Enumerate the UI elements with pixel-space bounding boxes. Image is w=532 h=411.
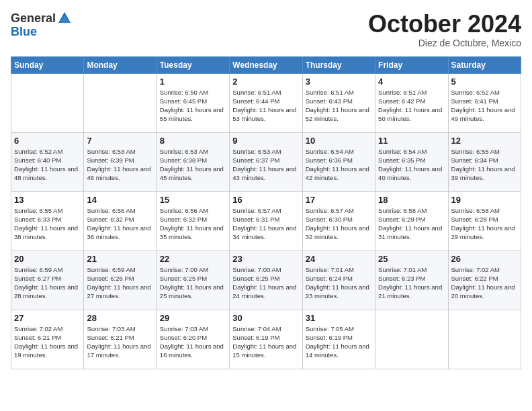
calendar-cell: 18Sunrise: 6:58 AM Sunset: 6:29 PM Dayli…: [375, 191, 448, 250]
day-number: 11: [378, 136, 445, 146]
calendar-cell: 15Sunrise: 6:56 AM Sunset: 6:32 PM Dayli…: [157, 191, 229, 250]
day-info: Sunrise: 6:51 AM Sunset: 6:42 PM Dayligh…: [378, 88, 445, 124]
calendar-cell: 12Sunrise: 6:55 AM Sunset: 6:34 PM Dayli…: [448, 132, 521, 191]
day-info: Sunrise: 6:54 AM Sunset: 6:35 PM Dayligh…: [378, 147, 445, 183]
calendar-cell: 2Sunrise: 6:51 AM Sunset: 6:44 PM Daylig…: [230, 73, 302, 132]
day-info: Sunrise: 7:00 AM Sunset: 6:25 PM Dayligh…: [232, 265, 299, 301]
calendar-cell: 4Sunrise: 6:51 AM Sunset: 6:42 PM Daylig…: [375, 73, 448, 132]
day-info: Sunrise: 6:55 AM Sunset: 6:33 PM Dayligh…: [14, 206, 81, 242]
calendar-cell: 26Sunrise: 7:02 AM Sunset: 6:22 PM Dayli…: [448, 250, 521, 310]
day-info: Sunrise: 6:54 AM Sunset: 6:36 PM Dayligh…: [306, 147, 372, 183]
day-info: Sunrise: 6:51 AM Sunset: 6:44 PM Dayligh…: [232, 88, 299, 124]
weekday-header-row: SundayMondayTuesdayWednesdayThursdayFrid…: [11, 56, 521, 73]
weekday-header-wednesday: Wednesday: [230, 56, 302, 73]
calendar-cell: 19Sunrise: 6:58 AM Sunset: 6:28 PM Dayli…: [448, 191, 521, 250]
calendar-cell: 17Sunrise: 6:57 AM Sunset: 6:30 PM Dayli…: [302, 191, 375, 250]
day-info: Sunrise: 6:57 AM Sunset: 6:31 PM Dayligh…: [232, 206, 299, 242]
day-number: 6: [14, 136, 81, 146]
day-number: 10: [306, 136, 372, 146]
weekday-header-thursday: Thursday: [302, 56, 375, 73]
day-number: 27: [14, 313, 81, 323]
calendar-cell: 27Sunrise: 7:02 AM Sunset: 6:21 PM Dayli…: [11, 310, 84, 369]
weekday-header-monday: Monday: [84, 56, 157, 73]
day-info: Sunrise: 6:58 AM Sunset: 6:29 PM Dayligh…: [378, 206, 445, 242]
calendar-cell: [84, 73, 157, 132]
calendar-cell: 25Sunrise: 7:01 AM Sunset: 6:23 PM Dayli…: [375, 250, 448, 310]
day-number: 7: [87, 136, 153, 146]
day-number: 24: [306, 254, 372, 264]
day-info: Sunrise: 6:53 AM Sunset: 6:39 PM Dayligh…: [87, 147, 153, 183]
calendar-cell: 10Sunrise: 6:54 AM Sunset: 6:36 PM Dayli…: [302, 132, 375, 191]
day-number: 26: [451, 254, 518, 264]
calendar-cell: 7Sunrise: 6:53 AM Sunset: 6:39 PM Daylig…: [84, 132, 157, 191]
week-row-1: 1Sunrise: 6:50 AM Sunset: 6:45 PM Daylig…: [11, 73, 521, 132]
day-number: 8: [160, 136, 226, 146]
logo-blue: Blue: [11, 25, 37, 38]
day-number: 4: [378, 77, 445, 87]
day-number: 1: [160, 77, 226, 87]
calendar-cell: [448, 310, 521, 369]
day-info: Sunrise: 6:59 AM Sunset: 6:27 PM Dayligh…: [14, 265, 81, 301]
day-number: 25: [378, 254, 445, 264]
day-info: Sunrise: 6:53 AM Sunset: 6:37 PM Dayligh…: [232, 147, 299, 183]
logo-icon: [57, 11, 72, 26]
calendar-cell: 3Sunrise: 6:51 AM Sunset: 6:43 PM Daylig…: [302, 73, 375, 132]
weekday-header-tuesday: Tuesday: [157, 56, 229, 73]
day-info: Sunrise: 6:58 AM Sunset: 6:28 PM Dayligh…: [451, 206, 518, 242]
day-info: Sunrise: 7:02 AM Sunset: 6:21 PM Dayligh…: [14, 324, 81, 360]
day-info: Sunrise: 7:01 AM Sunset: 6:24 PM Dayligh…: [306, 265, 372, 301]
day-info: Sunrise: 7:03 AM Sunset: 6:20 PM Dayligh…: [160, 324, 226, 360]
day-number: 9: [232, 136, 299, 146]
calendar-cell: 14Sunrise: 6:56 AM Sunset: 6:32 PM Dayli…: [84, 191, 157, 250]
calendar-cell: 24Sunrise: 7:01 AM Sunset: 6:24 PM Dayli…: [302, 250, 375, 310]
calendar-cell: 16Sunrise: 6:57 AM Sunset: 6:31 PM Dayli…: [230, 191, 302, 250]
week-row-4: 20Sunrise: 6:59 AM Sunset: 6:27 PM Dayli…: [11, 250, 521, 310]
calendar-cell: 8Sunrise: 6:53 AM Sunset: 6:38 PM Daylig…: [157, 132, 229, 191]
location-subtitle: Diez de Octubre, Mexico: [368, 38, 521, 48]
day-number: 3: [306, 77, 372, 87]
day-number: 16: [232, 195, 299, 205]
day-number: 29: [160, 313, 226, 323]
day-info: Sunrise: 6:52 AM Sunset: 6:41 PM Dayligh…: [451, 88, 518, 124]
day-number: 23: [232, 254, 299, 264]
day-info: Sunrise: 6:53 AM Sunset: 6:38 PM Dayligh…: [160, 147, 226, 183]
day-info: Sunrise: 7:01 AM Sunset: 6:23 PM Dayligh…: [378, 265, 445, 301]
calendar-cell: 20Sunrise: 6:59 AM Sunset: 6:27 PM Dayli…: [11, 250, 84, 310]
day-number: 13: [14, 195, 81, 205]
day-info: Sunrise: 7:00 AM Sunset: 6:25 PM Dayligh…: [160, 265, 226, 301]
day-info: Sunrise: 6:55 AM Sunset: 6:34 PM Dayligh…: [451, 147, 518, 183]
calendar-cell: 29Sunrise: 7:03 AM Sunset: 6:20 PM Dayli…: [157, 310, 229, 369]
logo-general: General: [11, 12, 56, 24]
day-number: 17: [306, 195, 372, 205]
day-number: 28: [87, 313, 153, 323]
title-area: October 2024 Diez de Octubre, Mexico: [368, 11, 521, 48]
day-number: 30: [232, 313, 299, 323]
day-number: 22: [160, 254, 226, 264]
week-row-2: 6Sunrise: 6:52 AM Sunset: 6:40 PM Daylig…: [11, 132, 521, 191]
day-number: 5: [451, 77, 518, 87]
day-number: 15: [160, 195, 226, 205]
calendar-cell: 21Sunrise: 6:59 AM Sunset: 6:26 PM Dayli…: [84, 250, 157, 310]
calendar-cell: 11Sunrise: 6:54 AM Sunset: 6:35 PM Dayli…: [375, 132, 448, 191]
day-info: Sunrise: 7:05 AM Sunset: 6:19 PM Dayligh…: [306, 324, 372, 360]
calendar-table: SundayMondayTuesdayWednesdayThursdayFrid…: [11, 56, 521, 369]
day-info: Sunrise: 7:03 AM Sunset: 6:21 PM Dayligh…: [87, 324, 153, 360]
logo: General Blue: [11, 11, 72, 38]
calendar-cell: 5Sunrise: 6:52 AM Sunset: 6:41 PM Daylig…: [448, 73, 521, 132]
calendar-cell: 23Sunrise: 7:00 AM Sunset: 6:25 PM Dayli…: [230, 250, 302, 310]
day-number: 2: [232, 77, 299, 87]
day-info: Sunrise: 6:57 AM Sunset: 6:30 PM Dayligh…: [306, 206, 372, 242]
calendar-cell: [375, 310, 448, 369]
calendar-cell: 28Sunrise: 7:03 AM Sunset: 6:21 PM Dayli…: [84, 310, 157, 369]
calendar-cell: 13Sunrise: 6:55 AM Sunset: 6:33 PM Dayli…: [11, 191, 84, 250]
month-title: October 2024: [368, 11, 521, 38]
day-info: Sunrise: 6:56 AM Sunset: 6:32 PM Dayligh…: [87, 206, 153, 242]
weekday-header-saturday: Saturday: [448, 56, 521, 73]
day-number: 12: [451, 136, 518, 146]
weekday-header-friday: Friday: [375, 56, 448, 73]
calendar-cell: 31Sunrise: 7:05 AM Sunset: 6:19 PM Dayli…: [302, 310, 375, 369]
day-info: Sunrise: 7:04 AM Sunset: 6:19 PM Dayligh…: [232, 324, 299, 360]
calendar-cell: 22Sunrise: 7:00 AM Sunset: 6:25 PM Dayli…: [157, 250, 229, 310]
calendar-cell: 9Sunrise: 6:53 AM Sunset: 6:37 PM Daylig…: [230, 132, 302, 191]
calendar-cell: [11, 73, 84, 132]
